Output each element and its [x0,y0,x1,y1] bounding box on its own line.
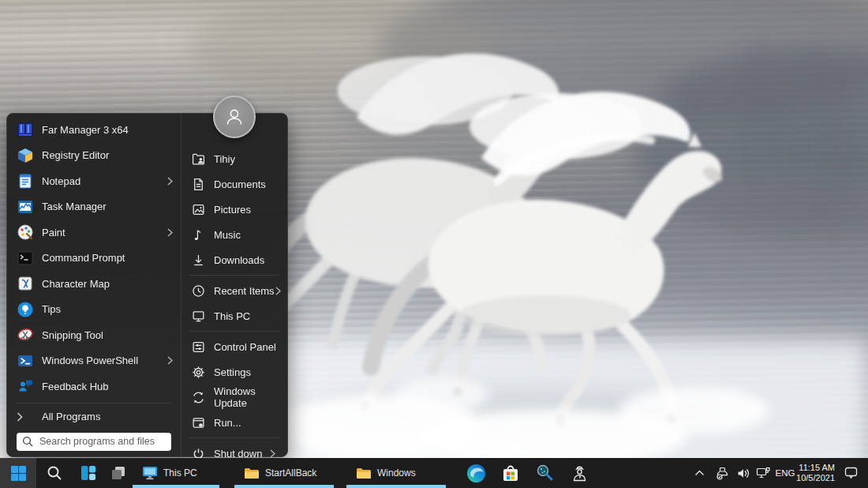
edge-browser-button[interactable] [461,458,491,488]
menu-item-label: This PC [214,310,250,322]
search-tool-button[interactable] [529,458,559,488]
music-icon [192,228,205,242]
snipping-tool-icon [17,326,34,343]
desktop-screen: Far Manager 3 x64 Registry Editor Notepa… [0,0,868,488]
start-menu-item-run[interactable]: Run... [181,410,287,435]
start-menu-item-recent-items[interactable]: Recent Items [181,278,287,303]
menu-item-label: Notepad [42,175,80,187]
edge-icon [466,464,486,483]
start-menu-item-tips[interactable]: Tips [7,297,181,323]
start-menu-item-user[interactable]: Tihiy [181,146,287,171]
resource-hacker-button[interactable] [564,458,594,488]
taskbar: This PC StartAllBack Windows [0,458,868,488]
start-button[interactable] [0,458,36,488]
task-view-icon [110,465,126,481]
menu-item-label: Feedback Hub [42,381,109,392]
downloads-icon [192,253,205,267]
menu-divider [189,437,279,438]
start-menu: Far Manager 3 x64 Registry Editor Notepa… [6,113,288,457]
feedback-hub-icon [17,377,34,395]
menu-divider [189,331,279,332]
chevron-up-icon [694,470,705,476]
tray-time: 11:15 AM [799,463,835,473]
start-menu-left-column: Far Manager 3 x64 Registry Editor Notepa… [7,114,181,456]
taskbar-button-startallback[interactable]: StartAllBack [233,458,335,488]
start-menu-item-paint[interactable]: Paint [7,220,181,246]
active-window-indicator [133,485,219,488]
chevron-right-icon [275,287,281,295]
start-menu-item-downloads[interactable]: Downloads [181,247,287,272]
tray-date: 10/5/2021 [796,473,835,483]
this-pc-icon [142,466,158,480]
usb-eject-tray-icon[interactable] [712,458,733,488]
widgets-icon [80,465,96,481]
start-menu-item-task-manager[interactable]: Task Manager [7,194,181,220]
task-view-button[interactable] [104,458,133,488]
speaker-icon [737,467,750,479]
start-menu-item-command-prompt[interactable]: Command Prompt [7,246,181,272]
menu-item-label: Music [214,229,241,241]
menu-item-label: Tihiy [214,153,235,165]
taskbar-widgets-button[interactable] [73,458,103,488]
start-menu-item-music[interactable]: Music [181,222,287,247]
start-menu-item-notepad[interactable]: Notepad [7,168,181,194]
start-menu-right-column: Tihiy Documents Pictures Music Downloads [181,114,287,456]
taskbar-button-windows[interactable]: Windows [345,458,447,488]
menu-item-label: Snipping Tool [42,329,103,341]
menu-item-label: Downloads [214,254,264,266]
taskbar-button-label: This PC [163,467,197,479]
start-menu-item-registry-editor[interactable]: Registry Editor [7,143,181,169]
menu-item-label: Run... [214,417,241,429]
character-map-icon [17,275,34,292]
powershell-icon [17,352,34,370]
taskbar-button-this-pc[interactable]: This PC [131,458,221,488]
start-menu-item-windows-powershell[interactable]: Windows PowerShell [7,348,181,374]
start-menu-item-pictures[interactable]: Pictures [181,197,287,222]
volume-tray-icon[interactable] [733,458,754,488]
far-manager-icon [17,121,34,138]
menu-item-label: Recent Items [214,285,275,297]
notification-center-button[interactable] [838,458,863,488]
search-box[interactable] [17,433,171,451]
menu-item-label: Documents [214,178,266,190]
chevron-right-icon [167,356,173,365]
control-panel-icon [192,340,205,354]
notepad-icon [17,172,34,190]
start-menu-item-control-panel[interactable]: Control Panel [181,334,287,359]
all-programs-label: All Programs [42,411,100,422]
recent-items-icon [192,284,205,298]
menu-item-label: Settings [214,366,251,378]
tray-clock[interactable]: 11:15 AM 10/5/2021 [794,458,835,488]
menu-item-label: Command Prompt [42,252,125,264]
start-menu-item-far-manager[interactable]: Far Manager 3 x64 [7,117,181,143]
menu-item-label: Windows Update [214,385,281,409]
start-menu-item-documents[interactable]: Documents [181,171,287,197]
menu-item-label: Pictures [214,204,251,216]
start-menu-item-feedback-hub[interactable]: Feedback Hub [7,374,181,400]
user-folder-icon [192,152,205,166]
start-menu-item-snipping-tool[interactable]: Snipping Tool [7,322,181,348]
command-prompt-icon [17,250,34,267]
menu-divider [189,275,279,276]
start-menu-item-this-pc[interactable]: This PC [181,303,287,328]
tray-overflow-button[interactable] [690,458,709,488]
usb-eject-icon [716,467,729,480]
chevron-right-icon [167,177,173,186]
active-window-indicator [234,485,334,488]
taskbar-search-button[interactable] [39,458,69,488]
start-menu-item-settings[interactable]: Settings [181,359,287,385]
network-tray-icon[interactable] [753,458,773,488]
start-icon [11,466,26,481]
documents-icon [192,178,205,191]
start-menu-item-character-map[interactable]: Character Map [7,271,181,297]
settings-gear-icon [192,366,205,379]
resource-hacker-icon [571,464,589,482]
search-tool-icon [535,464,554,482]
menu-item-label: Far Manager 3 x64 [42,124,129,136]
search-input[interactable] [38,435,166,448]
tips-icon [17,301,34,318]
all-programs-button[interactable]: All Programs [7,407,181,427]
start-menu-item-windows-update[interactable]: Windows Update [181,385,287,410]
store-button[interactable] [496,458,526,488]
pictures-icon [192,203,205,216]
